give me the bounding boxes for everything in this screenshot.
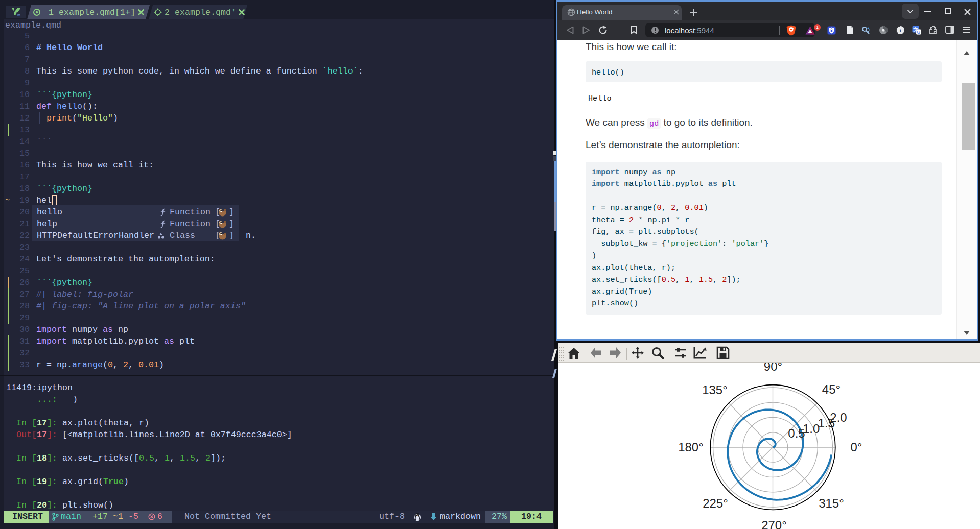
svg-text:135°: 135° [702,383,728,397]
svg-text:m: m [17,13,20,17]
svg-text:315°: 315° [819,496,844,510]
svg-text:0°: 0° [851,440,862,454]
svg-text:270°: 270° [761,518,787,529]
svg-text:1.0: 1.0 [803,422,820,436]
svg-text:i: i [899,27,901,33]
svg-text:180°: 180° [678,440,704,454]
svg-text:45°: 45° [822,382,841,396]
svg-text:225°: 225° [703,496,728,510]
svg-text:90°: 90° [764,363,782,373]
svg-text:2.0: 2.0 [830,411,847,424]
svg-text:G: G [917,30,920,35]
